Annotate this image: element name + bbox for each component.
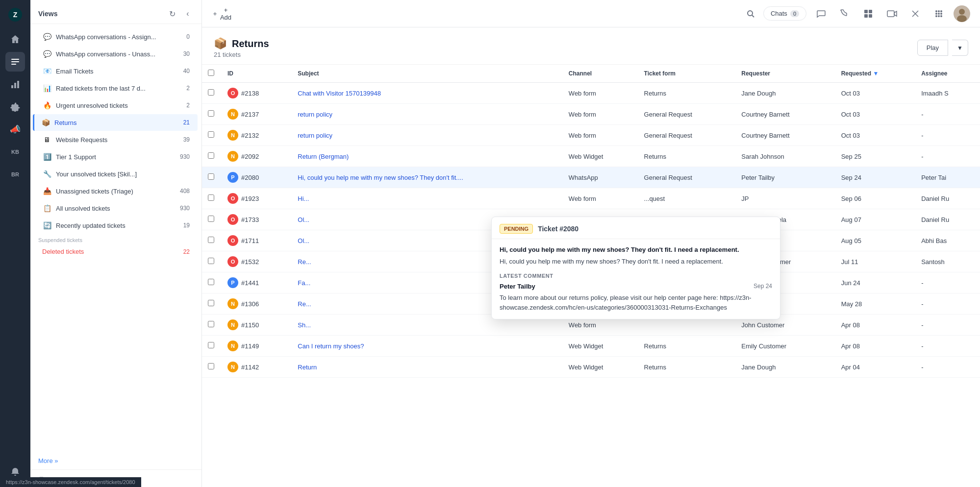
- row-checkbox-cell-4[interactable]: [202, 167, 222, 188]
- grid-icon-button[interactable]: [859, 5, 877, 23]
- row-checkbox-cell-3[interactable]: [202, 146, 222, 167]
- ticket-table: ID Subject Channel Ticket form Requester…: [202, 65, 980, 487]
- row-checkbox-cell-1[interactable]: [202, 104, 222, 125]
- search-button[interactable]: [744, 7, 757, 21]
- col-id[interactable]: ID: [222, 65, 292, 83]
- apps-icon-button[interactable]: [930, 5, 948, 23]
- svg-point-17: [940, 10, 942, 12]
- user-avatar[interactable]: [954, 5, 970, 22]
- sidebar-item-deleted[interactable]: Deleted tickets22: [34, 244, 198, 259]
- play-dropdown-button[interactable]: ▼: [952, 40, 968, 56]
- sidebar-collapse-icon[interactable]: ‹: [182, 8, 194, 20]
- select-all-checkbox[interactable]: [208, 70, 214, 76]
- svg-rect-7: [17, 81, 19, 88]
- sidebar-item-label-7: Tier 1 Support: [56, 153, 176, 161]
- kb-nav-icon[interactable]: KB: [5, 142, 25, 162]
- row-checkbox-13[interactable]: [208, 363, 214, 369]
- row-checkbox-cell-11[interactable]: [202, 315, 222, 336]
- col-assignee[interactable]: Assignee: [915, 65, 980, 83]
- megaphone-nav-icon[interactable]: 📣: [5, 120, 25, 139]
- col-channel[interactable]: Channel: [563, 65, 638, 83]
- row-checkbox-cell-8[interactable]: [202, 251, 222, 272]
- svg-rect-3: [11, 61, 19, 62]
- col-ticket-form[interactable]: Ticket form: [638, 65, 736, 83]
- sidebar-item-6[interactable]: 🖥 Website Requests 39: [34, 131, 198, 148]
- phone-icon-button[interactable]: [836, 5, 854, 23]
- row-checkbox-cell-2[interactable]: [202, 125, 222, 146]
- row-checkbox-0[interactable]: [208, 89, 214, 96]
- row-checkbox-cell-13[interactable]: [202, 357, 222, 378]
- row-checkbox-10[interactable]: [208, 300, 214, 306]
- row-subject-5[interactable]: Hi...: [292, 188, 563, 209]
- settings-nav-icon[interactable]: [5, 97, 25, 117]
- row-checkbox-1[interactable]: [208, 110, 214, 117]
- row-checkbox-9[interactable]: [208, 279, 214, 285]
- status-icon-7: O: [227, 235, 238, 246]
- row-checkbox-3[interactable]: [208, 152, 214, 159]
- analytics-nav-icon[interactable]: [5, 74, 25, 94]
- row-checkbox-2[interactable]: [208, 131, 214, 138]
- status-icon-9: P: [227, 277, 238, 288]
- status-icon-3: N: [227, 151, 238, 162]
- sidebar-refresh-icon[interactable]: ↻: [166, 8, 178, 20]
- sidebar-item-5[interactable]: 📦 Returns 21: [33, 114, 198, 131]
- row-checkbox-cell-12[interactable]: [202, 336, 222, 357]
- col-requested[interactable]: Requested ▼: [835, 65, 915, 83]
- tickets-nav-icon[interactable]: [5, 52, 25, 72]
- play-button[interactable]: Play: [917, 40, 948, 56]
- row-id-8: O #1532: [222, 251, 292, 272]
- sidebar-item-9[interactable]: 📥 Unassigned tickets (Triage) 408: [34, 183, 198, 199]
- video-icon-button[interactable]: [883, 5, 901, 23]
- br-nav-icon[interactable]: BR: [5, 165, 25, 184]
- row-checkbox-cell-10[interactable]: [202, 293, 222, 315]
- status-icon-10: N: [227, 298, 238, 309]
- sidebar-item-label-3: Rated tickets from the last 7 d...: [56, 85, 182, 92]
- sidebar-item-7[interactable]: 1️⃣ Tier 1 Support 930: [34, 148, 198, 165]
- row-channel-4: WhatsApp: [563, 167, 638, 188]
- row-checkbox-cell-0[interactable]: [202, 83, 222, 104]
- sidebar-more[interactable]: More »: [30, 452, 201, 469]
- row-subject-13[interactable]: Return: [292, 357, 563, 378]
- sidebar-item-1[interactable]: 💬 WhatsApp conversations - Unass... 30: [34, 46, 198, 62]
- chats-button[interactable]: Chats 0: [763, 6, 806, 21]
- row-checkbox-cell-9[interactable]: [202, 272, 222, 293]
- row-checkbox-cell-7[interactable]: [202, 230, 222, 251]
- sidebar-item-3[interactable]: 📊 Rated tickets from the last 7 d... 2: [34, 80, 198, 97]
- row-checkbox-11[interactable]: [208, 321, 214, 327]
- sidebar-item-10[interactable]: 📋 All unsolved tickets 930: [34, 200, 198, 217]
- sidebar-item-icon-9: 📥: [42, 186, 52, 196]
- add-button[interactable]: ＋ + Add: [212, 4, 231, 24]
- row-checkbox-cell-6[interactable]: [202, 209, 222, 230]
- sidebar-item-0[interactable]: 💬 WhatsApp conversations - Assign... 0: [34, 28, 198, 45]
- row-checkbox-cell-5[interactable]: [202, 188, 222, 209]
- sidebar-item-count-2: 40: [183, 68, 190, 74]
- row-subject-12[interactable]: Can I return my shoes?: [292, 336, 563, 357]
- row-checkbox-4[interactable]: [208, 173, 214, 180]
- sidebar-item-11[interactable]: 🔄 Recently updated tickets 19: [34, 217, 198, 234]
- row-subject-1[interactable]: return policy: [292, 104, 563, 125]
- row-checkbox-7[interactable]: [208, 237, 214, 243]
- x-icon-button[interactable]: [906, 5, 924, 23]
- row-checkbox-6[interactable]: [208, 216, 214, 222]
- chat-icon-button[interactable]: [812, 5, 830, 23]
- row-requester-5: JP: [735, 188, 835, 209]
- svg-rect-12: [864, 14, 868, 18]
- row-form-2: General Request: [638, 125, 736, 146]
- row-subject-4[interactable]: Hi, could you help me with my new shoes?…: [292, 167, 563, 188]
- sidebar-item-8[interactable]: 🔧 Your unsolved tickets [Skil...]: [34, 166, 198, 182]
- row-subject-2[interactable]: return policy: [292, 125, 563, 146]
- home-nav-icon[interactable]: [5, 29, 25, 49]
- row-checkbox-8[interactable]: [208, 258, 214, 264]
- row-requested-10: May 28: [835, 293, 915, 315]
- row-checkbox-12[interactable]: [208, 342, 214, 348]
- row-subject-3[interactable]: Return (Bergman): [292, 146, 563, 167]
- col-requester[interactable]: Requester: [735, 65, 835, 83]
- sidebar-item-4[interactable]: 🔥 Urgent unresolved tickets 2: [34, 97, 198, 114]
- row-channel-1: Web form: [563, 104, 638, 125]
- row-checkbox-5[interactable]: [208, 195, 214, 201]
- select-all-header[interactable]: [202, 65, 222, 83]
- row-subject-0[interactable]: Chat with Visitor 1570139948: [292, 83, 563, 104]
- col-subject[interactable]: Subject: [292, 65, 563, 83]
- sidebar-item-2[interactable]: 📧 Email Tickets 40: [34, 63, 198, 79]
- popover-ticket-id: Ticket #2080: [538, 225, 578, 233]
